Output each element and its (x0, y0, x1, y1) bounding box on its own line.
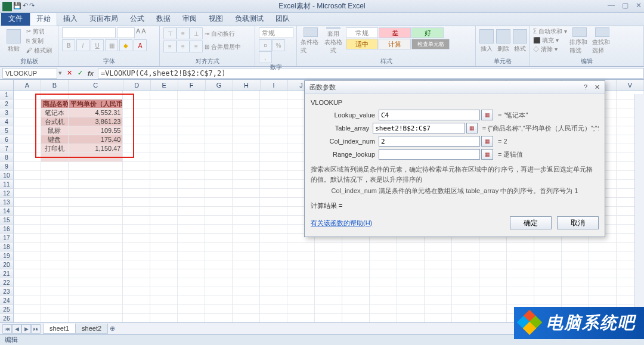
cell[interactable] (150, 260, 178, 269)
row-header[interactable]: 3 (0, 108, 14, 117)
col-C[interactable]: C (69, 80, 123, 90)
row-header[interactable]: 22 (0, 278, 14, 287)
cell[interactable] (534, 287, 562, 296)
cell[interactable] (69, 153, 123, 162)
cell[interactable] (452, 296, 479, 305)
bold-button[interactable]: B (62, 39, 75, 51)
cell[interactable] (397, 314, 425, 323)
cell[interactable] (507, 260, 534, 269)
cell[interactable] (123, 278, 150, 287)
cell[interactable] (205, 243, 233, 251)
col-G[interactable]: G (206, 80, 233, 90)
cell[interactable] (123, 207, 150, 216)
cell[interactable] (370, 314, 397, 323)
cancel-formula-button[interactable]: ✕ (64, 69, 74, 78)
cell[interactable] (150, 269, 178, 278)
cell[interactable] (150, 162, 178, 171)
format-cells-button[interactable]: 格式 (513, 27, 527, 55)
cell[interactable] (150, 305, 178, 314)
cell[interactable] (150, 207, 178, 216)
cell[interactable] (260, 171, 287, 180)
percent-button[interactable]: % (272, 39, 285, 51)
cell[interactable]: 3,861.23 (69, 117, 123, 126)
cell[interactable] (260, 198, 287, 207)
cell[interactable] (507, 243, 534, 251)
cell[interactable] (14, 135, 41, 144)
cell[interactable] (562, 243, 589, 251)
cell[interactable]: 鼠标 (41, 126, 69, 135)
cell[interactable] (178, 144, 205, 153)
cell[interactable] (178, 180, 205, 189)
cell[interactable] (123, 171, 150, 180)
cell[interactable] (397, 305, 425, 314)
cell[interactable] (479, 269, 507, 278)
cell[interactable] (150, 144, 178, 153)
table-format-button[interactable]: 套用 表格格式 (323, 27, 343, 55)
cell[interactable] (205, 234, 233, 243)
cell[interactable] (69, 296, 123, 305)
cell[interactable] (123, 144, 150, 153)
cell[interactable] (534, 251, 562, 260)
dialog-help-link[interactable]: 有关该函数的帮助(H) (311, 219, 372, 228)
cell[interactable] (14, 117, 41, 126)
cell[interactable] (69, 180, 123, 189)
col-F[interactable]: F (178, 80, 206, 90)
cell[interactable] (287, 314, 315, 323)
paste-button[interactable]: 粘贴 (4, 27, 24, 55)
cell[interactable] (205, 117, 233, 126)
cell[interactable] (562, 296, 589, 305)
ref-edit-button[interactable]: ▦ (481, 149, 493, 160)
cell[interactable] (205, 198, 233, 207)
tab-layout[interactable]: 页面布局 (83, 12, 124, 26)
cell[interactable] (260, 314, 287, 323)
cell[interactable] (233, 314, 260, 323)
cell[interactable] (315, 269, 342, 278)
cell[interactable] (205, 278, 233, 287)
align-bot[interactable]: ⊥ (190, 27, 203, 39)
cell[interactable] (41, 287, 69, 296)
cell[interactable] (14, 234, 41, 243)
cell[interactable] (260, 296, 287, 305)
style-check[interactable]: 检查单元格 (411, 39, 450, 49)
row-header[interactable]: 7 (0, 144, 14, 153)
cell[interactable] (233, 296, 260, 305)
dialog-help-button[interactable]: ? (584, 83, 587, 91)
cell[interactable] (41, 234, 69, 243)
cell[interactable] (260, 234, 287, 243)
cell[interactable] (479, 260, 507, 269)
cell[interactable] (534, 269, 562, 278)
cell[interactable] (123, 243, 150, 251)
cell[interactable] (41, 225, 69, 234)
tab-insert[interactable]: 插入 (57, 12, 83, 26)
align-center[interactable]: ≡ (177, 41, 190, 52)
cell[interactable] (370, 260, 397, 269)
cell[interactable] (507, 287, 534, 296)
cell[interactable]: 1,150.47 (69, 144, 123, 153)
cell[interactable] (69, 305, 123, 314)
cell[interactable] (260, 162, 287, 171)
cell[interactable] (205, 100, 233, 108)
cell[interactable] (233, 180, 260, 189)
save-icon[interactable]: 💾 (13, 2, 21, 11)
cell[interactable] (287, 305, 315, 314)
cell[interactable] (479, 296, 507, 305)
cell[interactable] (315, 243, 342, 251)
cell[interactable] (315, 278, 342, 287)
cell[interactable] (150, 117, 178, 126)
currency-button[interactable]: ¤ (259, 39, 272, 51)
cell[interactable] (123, 135, 150, 144)
style-neutral[interactable]: 适中 (346, 39, 378, 49)
param-input-0[interactable] (379, 110, 480, 120)
cell[interactable] (69, 162, 123, 171)
underline-button[interactable]: U (91, 39, 104, 51)
align-left[interactable]: ≡ (163, 41, 177, 52)
row-header[interactable]: 6 (0, 135, 14, 144)
font-combo[interactable] (62, 27, 116, 38)
cell[interactable] (41, 260, 69, 269)
name-box[interactable]: VLOOKUP (2, 68, 57, 79)
wrap-button[interactable]: ⇥ 自动换行 (205, 30, 235, 37)
cell[interactable]: 打印机 (41, 144, 69, 153)
cell[interactable] (315, 287, 342, 296)
clear-button[interactable]: ◇ 清除 ▾ (533, 45, 567, 54)
cell[interactable] (260, 225, 287, 234)
